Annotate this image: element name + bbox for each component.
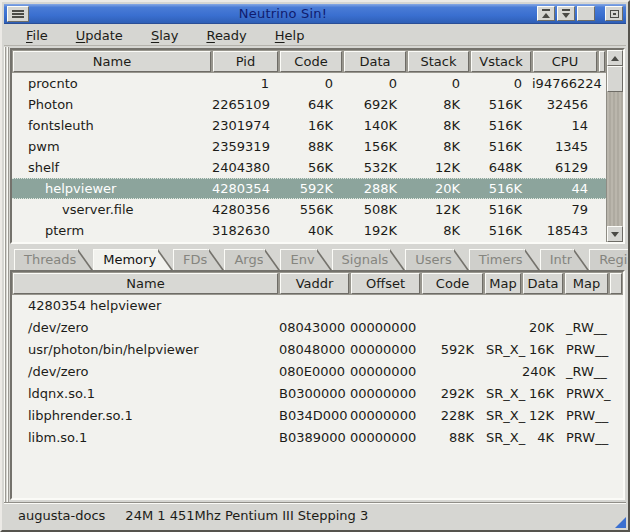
tab-signals[interactable]: Signals	[332, 249, 406, 270]
memory-column-header-map1[interactable]: Map	[485, 273, 521, 294]
process-column-header-stub[interactable]	[599, 51, 605, 72]
process-column-header-code[interactable]: Code	[280, 51, 342, 72]
process-pid-cell: 4280356	[212, 199, 279, 220]
memory-row-libm-so-1[interactable]: libm.so.1B03890000000000088KSR_X_4KPRW__	[12, 427, 623, 449]
process-column-header-data[interactable]: Data	[344, 51, 406, 72]
memory-column-header-vaddr[interactable]: Vaddr	[280, 273, 349, 294]
process-data-cell: 156K	[343, 136, 407, 157]
process-vstack-cell: 516K	[470, 179, 532, 198]
tab-slant-edge	[265, 249, 280, 270]
memory-vaddr-cell: 080E0000	[279, 361, 350, 383]
memory-column-header-name[interactable]: Name	[13, 273, 278, 294]
tab-fds[interactable]: FDs	[173, 249, 224, 270]
process-column-header-name[interactable]: Name	[13, 51, 211, 72]
memory-table: NameVaddrOffsetCodeMapDataMap 4280354 he…	[10, 270, 625, 500]
process-row-helpviewer[interactable]: helpviewer4280354592K288K20K516K44	[12, 178, 606, 199]
memory-row-usr-photon-bin-helpviewer[interactable]: usr/photon/bin/helpviewer080480000000000…	[12, 339, 623, 361]
menu-item-file[interactable]: File	[16, 26, 58, 45]
process-vstack-cell: 0	[470, 73, 532, 94]
scrollbar-trough[interactable]	[607, 92, 623, 226]
memory-name-cell: libphrender.so.1	[12, 405, 279, 427]
process-pid-cell: 2359319	[212, 136, 279, 157]
hostname-label: augusta-docs	[18, 508, 105, 523]
tab-strip: ThreadsMemoryFDsArgsEnvSignalsUsersTimer…	[10, 248, 625, 270]
memory-row-4280354-helpviewer[interactable]: 4280354 helpviewer	[12, 295, 623, 317]
tab-label: Registers	[589, 249, 630, 270]
memory-row--dev-zero[interactable]: /dev/zero080E000000000000240K_RW__	[12, 361, 623, 383]
tab-timers[interactable]: Timers	[469, 249, 540, 270]
scroll-up-button[interactable]	[607, 50, 623, 66]
memory-column-header-offset[interactable]: Offset	[351, 273, 420, 294]
process-table: NamePidCodeDataStackVstackCPU procnto100…	[10, 48, 625, 244]
process-code-cell: 88K	[279, 136, 343, 157]
process-column-header-vstack[interactable]: Vstack	[471, 51, 531, 72]
process-column-header-stack[interactable]: Stack	[408, 51, 469, 72]
process-data-cell: 0	[343, 73, 407, 94]
lower-window-button[interactable]	[557, 6, 575, 21]
process-row-vserver-file[interactable]: vserver.file4280356556K508K12K516K79	[12, 199, 606, 220]
process-table-scrollbar[interactable]	[606, 50, 623, 242]
window-menu-button[interactable]	[7, 6, 29, 22]
tab-label: Args	[224, 249, 265, 270]
menubar: FileUpdateSlayReadyHelp	[4, 25, 626, 46]
memory-column-header-code[interactable]: Code	[422, 273, 483, 294]
titlebar[interactable]: Neutrino Sin!	[4, 4, 626, 24]
scroll-down-button[interactable]	[607, 226, 623, 242]
process-column-header-cpu[interactable]: CPU	[533, 51, 597, 72]
memory-code-cell: 228K	[421, 405, 484, 427]
menu-item-help[interactable]: Help	[265, 26, 315, 45]
tab-registers[interactable]: Registers	[589, 249, 630, 270]
memory-column-header-data[interactable]: Data	[523, 273, 563, 294]
menu-item-ready[interactable]: Ready	[196, 26, 256, 45]
menu-item-slay[interactable]: Slay	[141, 26, 189, 45]
memory-row--dev-zero[interactable]: /dev/zero080430000000000020K_RW__	[12, 317, 623, 339]
process-code-cell: 56K	[279, 157, 343, 178]
process-vstack-cell: 516K	[470, 220, 532, 241]
memory-map-data-cell: _RW__	[564, 361, 609, 383]
tab-slant-edge	[454, 249, 469, 270]
process-stack-cell: 8K	[407, 94, 470, 115]
process-data-cell: 192K	[343, 220, 407, 241]
process-row-shelf[interactable]: shelf240438056K532K12K648K6129	[12, 157, 606, 178]
tab-users[interactable]: Users	[405, 249, 468, 270]
memory-row-ldqnx-so-1[interactable]: ldqnx.so.1B030000000000000292KSR_X_16KPR…	[12, 383, 623, 405]
process-stack-cell: 8K	[407, 115, 470, 136]
tab-env[interactable]: Env	[280, 249, 331, 270]
tab-label: Memory	[93, 249, 158, 270]
scrollbar-thumb[interactable]	[607, 66, 623, 92]
memory-offset-cell: 00000000	[350, 339, 421, 361]
tab-threads[interactable]: Threads	[14, 249, 93, 270]
close-window-button[interactable]	[605, 6, 623, 21]
memory-column-header-map2[interactable]: Map	[565, 273, 608, 294]
process-cpu-cell: 79	[532, 199, 598, 220]
process-cpu-cell: 44	[532, 179, 598, 198]
menu-item-update[interactable]: Update	[66, 26, 133, 45]
process-data-cell: 532K	[343, 157, 407, 178]
process-name-cell: helpviewer	[12, 179, 212, 198]
memory-map-data-cell: _RW__	[564, 317, 609, 339]
memory-row-libphrender-so-1[interactable]: libphrender.so.1B034D00000000000228KSR_X…	[12, 405, 623, 427]
process-row-photon[interactable]: Photon226510964K692K8K516K32456	[12, 94, 606, 115]
collapse-window-button[interactable]	[537, 6, 555, 21]
process-stack-cell: 0	[407, 73, 470, 94]
process-row-fontsleuth[interactable]: fontsleuth230197416K140K8K516K14	[12, 115, 606, 136]
process-row-pwm[interactable]: pwm235931988K156K8K516K1345	[12, 136, 606, 157]
tab-memory[interactable]: Memory	[93, 249, 173, 270]
up-arrow-icon	[611, 56, 619, 61]
process-data-cell: 140K	[343, 115, 407, 136]
process-name-cell: Photon	[12, 94, 212, 115]
resize-grip[interactable]	[615, 517, 626, 528]
tab-label: Intr	[540, 249, 575, 270]
tab-intr[interactable]: Intr	[540, 249, 590, 270]
process-stack-cell: 12K	[407, 157, 470, 178]
memory-column-header-stub[interactable]	[610, 273, 622, 294]
maximize-window-button[interactable]	[577, 6, 595, 21]
process-column-header-pid[interactable]: Pid	[213, 51, 278, 72]
process-row-procnto[interactable]: procnto10000i94766224	[12, 73, 606, 94]
process-row-pterm[interactable]: pterm318263040K192K8K516K18543	[12, 220, 606, 241]
memory-vaddr-cell: B034D000	[279, 405, 350, 427]
tab-args[interactable]: Args	[224, 249, 280, 270]
tab-slant-edge	[209, 249, 224, 270]
bar-down-triangle-icon	[562, 9, 570, 18]
square-in-square-icon	[610, 10, 619, 18]
